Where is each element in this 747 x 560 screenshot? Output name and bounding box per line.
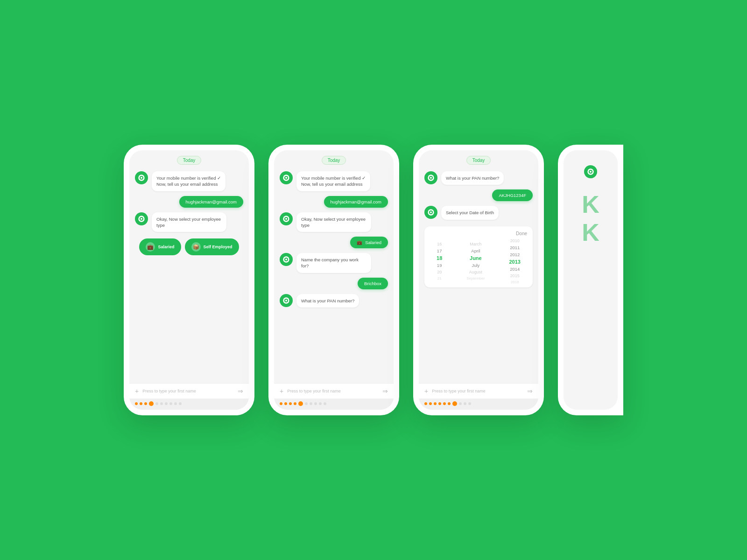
svg-point-17	[285, 300, 287, 301]
user-bubble-1-1: hughjackman@gmail.com	[179, 196, 243, 208]
bot-message-1-1: Your mobile number is verified ✓Now, tel…	[135, 171, 243, 191]
date-picker-done[interactable]: Done	[424, 229, 533, 238]
input-bar-1[interactable]: + Press to type your first name ⇒	[129, 383, 249, 399]
year-2014[interactable]: 2014	[508, 266, 521, 272]
year-2012[interactable]: 2012	[508, 252, 521, 258]
progress-dots-3	[424, 401, 533, 406]
salaried-emoji-2: 💼	[357, 240, 362, 245]
bot-avatar-2-1	[280, 171, 293, 184]
day-19[interactable]: 19	[435, 262, 444, 268]
day-17[interactable]: 17	[435, 248, 444, 254]
month-sep[interactable]: September	[465, 276, 486, 281]
salaried-button-1[interactable]: 💼 Salaried	[139, 238, 181, 255]
input-placeholder-2: Press to type your first name	[287, 389, 341, 393]
year-2011[interactable]: 2011	[508, 245, 521, 251]
day-20[interactable]: 20	[435, 269, 444, 275]
today-label-3: Today	[466, 156, 491, 165]
send-icon-3[interactable]: ⇒	[527, 387, 533, 395]
year-col[interactable]: 2010 2011 2012 2013 2014 2015 2016	[507, 238, 522, 285]
send-icon-2[interactable]: ⇒	[382, 387, 388, 395]
bot-message-3-1: What is your PAN number?	[424, 171, 533, 185]
month-july[interactable]: July	[470, 262, 481, 268]
bot-avatar-1-1	[135, 171, 148, 184]
bot-message-3-2: Select your Date of Birth	[424, 206, 533, 219]
pdot-2-2	[284, 402, 287, 405]
self-employed-icon-1: 📦	[191, 242, 201, 252]
plus-icon-1: +	[135, 387, 139, 395]
bot-bubble-2-2: Okay, Now select your employee type	[296, 212, 371, 232]
day-col[interactable]: 16 17 18 19 20 21	[435, 241, 444, 281]
month-august[interactable]: August	[467, 269, 484, 275]
input-bar-2[interactable]: + Press to type your first name ⇒	[274, 383, 394, 399]
phone-2: Today Your mobile number is verified ✓No…	[268, 145, 399, 415]
year-2015[interactable]: 2015	[508, 273, 521, 279]
svg-point-20	[430, 177, 432, 179]
plus-icon-2: +	[280, 387, 283, 395]
bot-message-1-2: Okay, Now select your employee type	[135, 212, 243, 232]
bot-bubble-2-1: Your mobile number is verified ✓Now, tel…	[296, 171, 370, 191]
phone-2-screen: Today Your mobile number is verified ✓No…	[274, 150, 394, 410]
today-label-2: Today	[322, 156, 346, 165]
svg-point-2	[141, 177, 142, 179]
month-col[interactable]: March April June July August September	[465, 241, 486, 281]
bot-avatar-2-3	[280, 253, 293, 266]
progress-dots-1	[135, 401, 243, 406]
pdot-2-3	[289, 402, 292, 405]
svg-point-5	[141, 218, 142, 220]
year-2010[interactable]: 2010	[508, 238, 521, 244]
bot-avatar-2-4	[280, 294, 293, 307]
month-june-selected[interactable]: June	[468, 255, 484, 261]
month-march[interactable]: March	[468, 241, 483, 247]
bot-bubble-3-2: Select your Date of Birth	[441, 206, 499, 219]
svg-point-11	[285, 218, 287, 220]
send-icon-1[interactable]: ⇒	[238, 387, 243, 395]
day-18-selected[interactable]: 18	[435, 255, 444, 261]
pdot-3-2	[429, 402, 432, 405]
bot-avatar-2-2	[280, 212, 293, 225]
bot-bubble-1-1: Your mobile number is verified ✓Now, tel…	[152, 171, 226, 191]
bot-bubble-1-2: Okay, Now select your employee type	[152, 212, 226, 232]
progress-dots-2	[280, 401, 388, 406]
pdot-2-8	[314, 402, 317, 405]
pdot-3-5	[443, 402, 446, 405]
pdot-3-8	[459, 402, 462, 405]
progress-bar-3	[419, 399, 538, 410]
bot-message-2-3: Name the company you work for?	[280, 253, 388, 273]
month-april[interactable]: April	[469, 248, 482, 254]
pdot-1-7	[165, 402, 168, 405]
year-2013-selected[interactable]: 2013	[507, 259, 522, 265]
salaried-icon-1: 💼	[146, 242, 155, 252]
user-bubble-3-1: AKJHG1234F	[492, 189, 533, 201]
pdot-1-2	[140, 402, 142, 405]
pdot-3-3	[434, 402, 437, 405]
pdot-1-1	[135, 402, 138, 405]
input-bar-3[interactable]: + Press to type your first name ⇒	[419, 383, 538, 399]
pdot-3-4	[438, 402, 441, 405]
pdot-1-9	[174, 402, 177, 405]
bot-message-2-1: Your mobile number is verified ✓Now, tel…	[280, 171, 388, 191]
pdot-3-10	[468, 402, 471, 405]
partial-letter-2: K	[582, 220, 599, 245]
today-label-1: Today	[177, 156, 202, 165]
user-bubble-2-1: hughjackman@gmail.com	[324, 196, 388, 208]
phone-3-screen: Today What is your PAN number? AKJHG1234…	[419, 150, 538, 410]
pdot-1-3	[144, 402, 147, 405]
partial-content: K K	[564, 150, 618, 250]
year-2016[interactable]: 2016	[509, 280, 521, 285]
date-picker[interactable]: Done 16 17 18 19 20 21 March April	[424, 226, 533, 287]
day-21[interactable]: 21	[436, 276, 444, 281]
pdot-1-active	[149, 401, 154, 406]
bot-avatar-3-1	[424, 171, 437, 184]
day-16[interactable]: 16	[435, 241, 444, 247]
phone-3: Today What is your PAN number? AKJHG1234…	[413, 145, 544, 415]
pdot-1-8	[169, 402, 172, 405]
self-employed-button-1[interactable]: 📦 Self Employed	[185, 238, 239, 255]
phone-1-chat: Today Your mobile number is verified ✓No…	[129, 150, 249, 383]
bot-bubble-2-3: Name the company you work for?	[296, 253, 371, 273]
partial-letter-1: K	[582, 192, 599, 217]
pdot-1-6	[160, 402, 163, 405]
bot-message-2-2: Okay, Now select your employee type	[280, 212, 388, 232]
today-badge-2: Today	[280, 156, 388, 165]
progress-bar-2	[274, 399, 394, 410]
pdot-2-10	[324, 402, 326, 405]
